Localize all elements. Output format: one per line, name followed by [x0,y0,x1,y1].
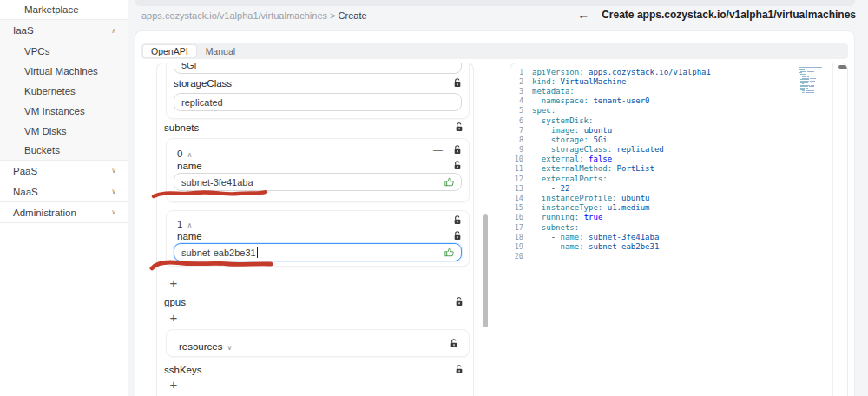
chevron-down-icon: ∨ [111,188,116,195]
sidebar-item-iaas[interactable]: IaaS∧ [0,20,128,41]
lock-icon[interactable] [453,145,462,155]
line-number: 1 [510,68,532,76]
resources-card[interactable]: resources∨ [166,329,470,357]
subnet-item-1-header[interactable]: 1∧ [177,215,192,231]
subnet-0-name-input[interactable]: subnet-3fe41aba [174,173,462,191]
subnet-item-1-card: 1∧ — name subnet-eab2be31 [166,210,470,267]
minimap-slider[interactable] [838,65,848,69]
editor-line[interactable]: 20 [510,252,847,261]
chevron-up-icon: ∧ [187,221,192,229]
sidebar-item-vm-instances[interactable]: VM Instances [0,101,128,121]
top-strip [135,0,855,6]
editor-line[interactable]: 1apiVersion: apps.cozystack.io/v1alpha1 [510,67,847,76]
editor-line[interactable]: 15 instanceType: u1.medium [510,203,847,213]
line-content: instanceType: u1.medium [532,203,650,212]
sidebar-item-marketplace[interactable]: Marketplace [0,0,128,20]
editor-line[interactable]: 10 external: false [510,155,847,164]
sidebar: MarketplaceIaaS∧VPCsVirtual MachinesKube… [0,0,128,396]
line-number: 10 [510,155,532,163]
editor-line[interactable]: 7 image: ubuntu [510,125,847,135]
lock-icon[interactable] [453,161,462,170]
editor-line[interactable]: 18 - name: subnet-3fe41aba [510,232,847,241]
sidebar-item-vm-disks[interactable]: VM Disks [0,121,128,141]
line-number: 4 [510,96,532,105]
tab-openapi[interactable]: OpenAPI [143,45,196,57]
line-number: 7 [510,126,532,135]
subnet-item-1-index: 1 [177,219,182,229]
lock-icon[interactable] [455,122,464,132]
storage-input-value: 5Gi [181,63,196,70]
editor-minimap[interactable] [799,67,831,95]
line-content: - 22 [532,184,569,193]
resources-header[interactable]: resources∨ [179,338,232,353]
editor-line[interactable]: 16 running: true [510,213,847,222]
gpus-label: gpus [164,297,186,307]
editor-line[interactable]: 8 storage: 5Gi [510,135,847,144]
add-gpu-button[interactable]: + [168,312,180,324]
lock-icon[interactable] [453,231,462,241]
editor-line[interactable]: 6 systemDisk: [510,116,847,125]
sidebar-item-label: NaaS [13,187,38,197]
thumbs-up-icon[interactable] [444,176,455,188]
breadcrumb-path[interactable]: apps.cozystack.io/v1alpha1/virtualmachin… [141,10,327,21]
sidebar-item-kubernetes[interactable]: Kubernetes [0,81,128,101]
line-number: 20 [510,252,532,261]
sidebar-item-buckets[interactable]: Buckets [0,141,128,161]
line-number: 8 [510,135,532,144]
storage-input[interactable]: 5Gi [174,63,462,74]
add-sshkey-button[interactable]: + [168,379,180,391]
storageclass-label: storageClass [174,78,232,89]
lock-icon[interactable] [453,215,462,225]
yaml-editor-code[interactable]: 1apiVersion: apps.cozystack.io/v1alpha12… [510,67,847,261]
page-title: Create apps.cozystack.io/v1alpha1/virtua… [602,9,856,21]
sidebar-item-naas[interactable]: NaaS∨ [0,182,128,202]
subnet-item-0-card: 0∧ — name subnet-3fe41aba [166,138,470,202]
line-number: 16 [510,213,532,221]
editor-line[interactable]: 11 externalMethod: PortList [510,164,847,174]
remove-item-button[interactable]: — [433,214,443,225]
lock-icon[interactable] [455,365,464,374]
line-number: 18 [510,233,532,241]
editor-line[interactable]: 5spec: [510,106,847,116]
line-content: apiVersion: apps.cozystack.io/v1alpha1 [532,68,711,76]
line-number: 17 [510,223,532,232]
breadcrumb-separator: > [330,10,335,21]
chevron-down-icon: ∨ [111,208,116,216]
editor-line[interactable]: 13 - 22 [510,183,847,193]
sidebar-item-paas[interactable]: PaaS∨ [0,161,128,182]
thumbs-up-icon[interactable] [444,247,455,258]
remove-item-button[interactable]: — [433,144,443,155]
editor-line[interactable]: 3metadata: [510,86,847,96]
back-arrow-icon[interactable]: ← [577,9,589,21]
editor-line[interactable]: 19 - name: subnet-eab2be31 [510,241,847,251]
form-scrollbar-thumb[interactable] [483,214,488,327]
subnet-0-name-label: name [177,161,202,171]
sidebar-item-vpcs[interactable]: VPCs [0,41,128,61]
editor-line[interactable]: 4 namespace: tenant-user0 [510,96,847,106]
lock-icon[interactable] [453,78,462,88]
sidebar-item-label: Virtual Machines [24,66,98,76]
editor-line[interactable]: 17 subnets: [510,222,847,232]
line-number: 3 [510,87,532,96]
line-number: 9 [510,145,532,154]
yaml-editor-panel[interactable]: 1apiVersion: apps.cozystack.io/v1alpha12… [510,63,848,396]
editor-line[interactable]: 9 storageClass: replicated [510,145,847,155]
sidebar-item-virtual-machines[interactable]: Virtual Machines [0,61,128,81]
sidebar-item-administration[interactable]: Administration∨ [0,202,128,223]
line-content: namespace: tenant-user0 [532,96,649,105]
tab-manual[interactable]: Manual [198,45,243,57]
line-number: 6 [510,116,532,125]
add-subnet-button[interactable]: + [168,277,180,289]
storageclass-input[interactable]: replicated [174,93,462,111]
storageclass-input-value: replicated [181,97,223,108]
tab-bar: OpenAPI Manual [141,43,848,59]
lock-icon[interactable] [455,297,464,307]
editor-line[interactable]: 2kind: VirtualMachine [510,76,847,86]
lock-icon[interactable] [450,339,458,348]
line-content: running: true [532,213,602,221]
subnet-item-0-header[interactable]: 0∧ [177,145,192,161]
editor-line[interactable]: 14 instanceProfile: ubuntu [510,193,847,202]
subnet-1-name-input[interactable]: subnet-eab2be31 [174,243,462,261]
line-content: image: ubuntu [532,126,612,135]
editor-line[interactable]: 12 externalPorts: [510,174,847,183]
